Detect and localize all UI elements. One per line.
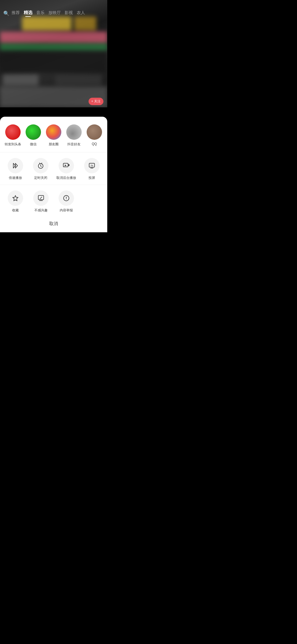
speed-icon-circle (8, 158, 23, 173)
douyin-icon (66, 124, 82, 140)
action-speed[interactable]: 倍速播放 (6, 158, 25, 180)
share-item-toutiao[interactable]: 转发到头条 (5, 124, 21, 147)
toutiao-icon (5, 124, 21, 140)
share-item-weixin[interactable]: 微信 (25, 124, 42, 147)
action-timer[interactable]: 定时关闭 (31, 158, 50, 180)
blur-block (0, 51, 107, 73)
action-report[interactable]: 内容举报 (57, 190, 76, 213)
bottom-sheet: 转发到头条 微信 朋友圈 抖音好友 QQ 倍 (0, 117, 107, 232)
weixin-icon (26, 124, 41, 140)
share-label-pengyouquan: 朋友圈 (49, 142, 59, 147)
cast-label: 投屏 (89, 176, 95, 180)
action-row-2: 收藏 不感兴趣 内容举报 (0, 185, 107, 217)
share-label-weixin: 微信 (30, 142, 37, 147)
action-notinterested[interactable]: 不感兴趣 (31, 190, 51, 213)
pengyouquan-icon (46, 124, 61, 140)
blur-block (3, 74, 38, 85)
report-label: 内容举报 (60, 208, 73, 213)
tab-farmer[interactable]: 农人 (77, 10, 85, 17)
cast-icon-circle: TV (84, 158, 100, 173)
share-item-pengyouquan[interactable]: 朋友圈 (45, 124, 62, 147)
svg-line-16 (40, 197, 42, 199)
clock-icon (37, 162, 44, 169)
share-item-qq[interactable]: QQ (86, 124, 103, 147)
timer-icon-circle (33, 158, 48, 173)
search-icon[interactable]: 🔍 (3, 10, 9, 17)
blur-block (0, 43, 107, 50)
cast-icon: TV (88, 162, 95, 169)
dislike-icon (37, 195, 45, 202)
collect-label: 收藏 (12, 208, 19, 213)
blur-block (0, 32, 107, 43)
blur-block (55, 74, 102, 85)
svg-line-3 (40, 163, 40, 163)
notinterested-icon-circle (33, 190, 49, 206)
tab-recommend[interactable]: 推荐 (12, 10, 20, 17)
timer-label: 定时关闭 (34, 176, 47, 180)
svg-point-19 (66, 199, 67, 200)
tab-featured[interactable]: 精选 (24, 10, 32, 17)
share-item-douyin[interactable]: 抖音好友 (66, 124, 82, 147)
report-icon-circle (59, 190, 74, 206)
notinterested-label: 不感兴趣 (34, 208, 48, 213)
speed-label: 倍速播放 (9, 176, 22, 180)
svg-marker-13 (13, 195, 18, 201)
background-play-icon (63, 162, 70, 169)
svg-line-4 (41, 163, 42, 163)
star-icon (12, 195, 19, 202)
share-label-douyin: 抖音好友 (67, 142, 81, 147)
share-row: 转发到头条 微信 朋友圈 抖音好友 QQ (0, 121, 107, 152)
tab-cinema[interactable]: 放映厅 (48, 10, 61, 17)
action-collect[interactable]: 收藏 (6, 190, 25, 213)
tab-music[interactable]: 音乐 (36, 10, 45, 17)
report-icon (63, 195, 70, 202)
action-row-1: 倍速播放 定时关闭 (0, 152, 107, 185)
follow-button[interactable]: + 关注 (89, 98, 103, 105)
svg-marker-0 (13, 163, 15, 168)
svg-marker-1 (15, 163, 18, 168)
action-cast[interactable]: TV 投屏 (82, 158, 101, 180)
action-background[interactable]: 取消后台播放 (56, 158, 76, 180)
cancel-button[interactable]: 取消 (49, 221, 58, 227)
share-label-qq: QQ (92, 142, 97, 146)
svg-marker-9 (65, 165, 67, 167)
share-label-toutiao: 转发到头条 (5, 142, 21, 147)
cancel-row[interactable]: 取消 (0, 217, 107, 232)
nav-bar: 🔍 推荐 精选 音乐 放映厅 影视 农人 (0, 8, 107, 19)
tab-film[interactable]: 影视 (65, 10, 73, 17)
background-label: 取消后台播放 (56, 176, 76, 180)
qq-icon (87, 124, 102, 140)
collect-icon-circle (8, 190, 23, 206)
fast-forward-icon (12, 162, 19, 169)
nav-tabs: 推荐 精选 音乐 放映厅 影视 农人 (12, 10, 104, 17)
svg-text:TV: TV (90, 164, 93, 167)
background-play-icon-circle (59, 158, 74, 173)
